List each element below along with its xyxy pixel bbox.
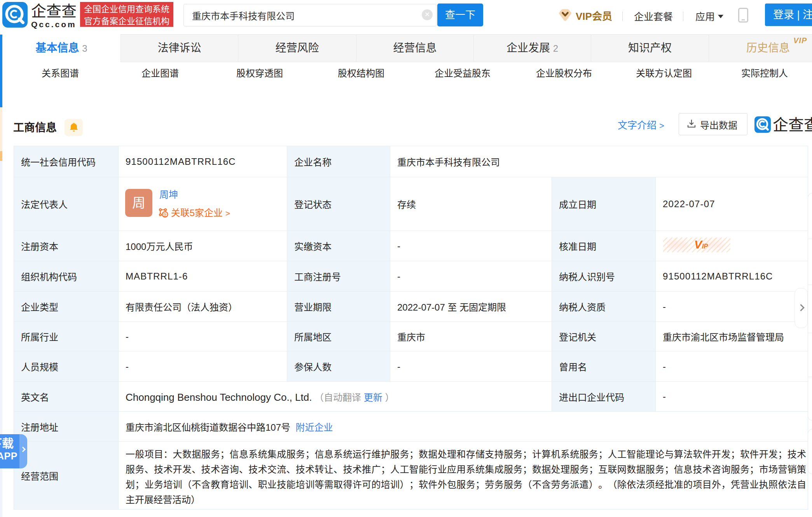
svg-text:企: 企: [163, 212, 167, 217]
